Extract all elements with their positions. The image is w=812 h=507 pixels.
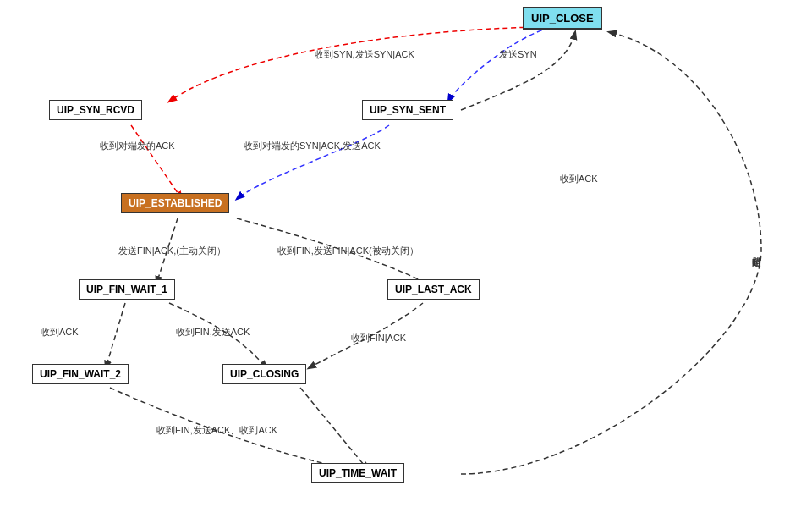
state-uip-fin-wait-2: UIP_FIN_WAIT_2 xyxy=(32,364,129,384)
label-recv-finack2: 收到FIN|ACK xyxy=(351,333,407,343)
label-send-syn: 发送SYN xyxy=(499,49,537,59)
state-uip-syn-sent: UIP_SYN_SENT xyxy=(362,100,453,120)
label-recv-ack2: 收到ACK xyxy=(41,327,79,337)
state-uip-established: UIP_ESTABLISHED xyxy=(121,193,229,213)
label-recv-fin-send-ack: 收到FIN,发送ACK xyxy=(176,327,250,337)
label-recv-ack: 收到ACK xyxy=(560,174,598,184)
state-uip-fin-wait-1: UIP_FIN_WAIT_1 xyxy=(79,279,175,300)
label-recv-synack: 收到对端发的SYN|ACK,发送ACK xyxy=(244,141,381,151)
label-recv-fin-passive: 收到FIN,发送FIN|ACK(被动关闭） xyxy=(277,245,419,256)
label-syn-synack: 收到SYN,发送SYN|ACK xyxy=(315,49,414,59)
state-uip-syn-rcvd: UIP_SYN_RCVD xyxy=(49,100,142,120)
label-recv-ack-from-peer: 收到对端发的ACK xyxy=(100,141,175,151)
state-uip-closing: UIP_CLOSING xyxy=(222,364,306,384)
label-fin-ack-recv: 收到FIN,发送ACK、收到ACK xyxy=(156,425,278,435)
state-uip-time-wait: UIP_TIME_WAIT xyxy=(311,463,404,483)
diagram-svg: 收到SYN,发送SYN|ACK 发送SYN 收到对端发的ACK 收到对端发的SY… xyxy=(0,0,812,507)
label-send-finack-active: 发送FIN|ACK,(主动关闭） xyxy=(118,245,226,256)
state-uip-last-ack: UIP_LAST_ACK xyxy=(387,279,480,300)
state-uip-close: UIP_CLOSE xyxy=(523,7,602,30)
